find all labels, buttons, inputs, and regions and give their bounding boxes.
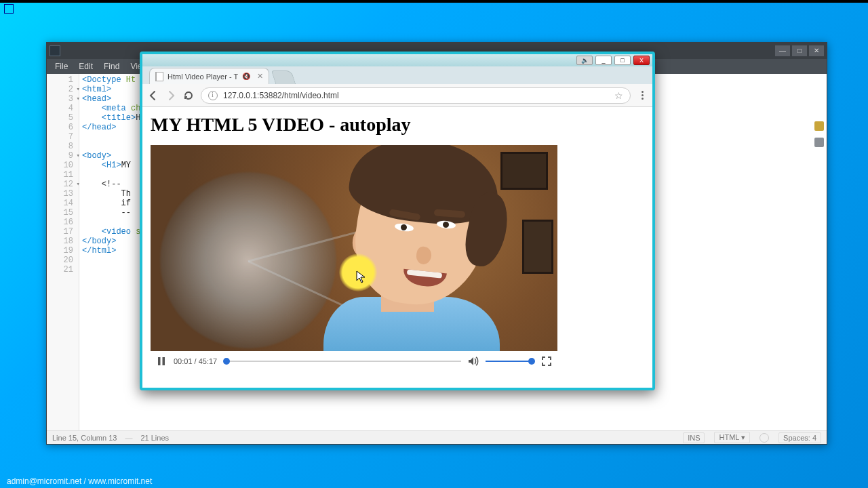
handle-icon[interactable]: [814, 121, 824, 131]
reload-button[interactable]: [183, 90, 194, 101]
menu-edit[interactable]: Edit: [75, 60, 97, 73]
page-content: MY HTML 5 VIDEO - autoplay: [142, 107, 652, 388]
site-info-icon[interactable]: [208, 91, 218, 100]
tab-close-icon[interactable]: ✕: [257, 72, 263, 81]
handle-icon[interactable]: [814, 138, 824, 147]
volume-icon[interactable]: [468, 356, 479, 367]
volume-slider[interactable]: [486, 357, 534, 366]
bookmark-star-icon[interactable]: ☆: [614, 90, 623, 101]
url-text: 127.0.0.1:53882/html/video.html: [223, 91, 339, 100]
browser-mute-button[interactable]: 🔈: [576, 56, 593, 65]
status-encoding-icon[interactable]: [760, 433, 769, 443]
time-display: 00:01 / 45:17: [174, 357, 217, 365]
status-lang[interactable]: HTML ▾: [714, 432, 750, 443]
tab-mute-icon[interactable]: 🔇: [242, 73, 250, 80]
browser-tab[interactable]: Html Video Player - T 🔇 ✕: [149, 68, 269, 84]
pause-button[interactable]: [156, 356, 167, 367]
video-controls: 00:01 / 45:17: [151, 351, 557, 371]
status-spaces[interactable]: Spaces: 4: [778, 432, 821, 443]
footer-text: admin@micromit.net / www.micromit.net: [0, 474, 159, 488]
svg-rect-1: [163, 357, 165, 365]
forward-button[interactable]: [165, 90, 176, 101]
page-heading: MY HTML 5 VIDEO - autoplay: [151, 114, 644, 136]
fullscreen-button[interactable]: [541, 356, 552, 367]
browser-minimize-button[interactable]: _: [595, 56, 612, 65]
video-frame[interactable]: [151, 145, 557, 351]
new-tab-button[interactable]: [271, 70, 296, 84]
browser-maximize-button[interactable]: □: [614, 56, 631, 65]
browser-tabstrip: Html Video Player - T 🔇 ✕: [142, 66, 652, 84]
status-position: Line 15, Column 13: [52, 434, 117, 442]
browser-window: 🔈 _ □ X Html Video Player - T 🔇 ✕: [140, 52, 655, 390]
desktop: — □ ✕ File Edit Find View 12345678910111…: [0, 0, 868, 488]
back-button[interactable]: [148, 90, 159, 101]
editor-statusbar: Line 15, Column 13 — 21 Lines INS HTML ▾…: [47, 430, 827, 444]
tab-favicon-icon: [155, 72, 163, 81]
status-lines: 21 Lines: [140, 434, 169, 442]
menu-find[interactable]: Find: [100, 60, 123, 73]
editor-gutter: 123456789101112131415161718192021: [47, 74, 79, 430]
browser-toolbar: 127.0.0.1:53882/html/video.html ☆: [142, 84, 652, 107]
browser-titlebar[interactable]: 🔈 _ □ X: [142, 54, 652, 66]
editor-maximize-button[interactable]: □: [792, 45, 807, 56]
svg-rect-0: [158, 357, 161, 365]
status-ins[interactable]: INS: [683, 432, 705, 443]
browser-menu-button[interactable]: [637, 91, 647, 100]
seek-slider[interactable]: [224, 357, 461, 366]
tab-title: Html Video Player - T: [167, 73, 238, 81]
editor-app-icon: [50, 45, 60, 56]
top-edge: [0, 0, 868, 3]
address-bar[interactable]: 127.0.0.1:53882/html/video.html ☆: [201, 87, 631, 104]
editor-minimize-button[interactable]: —: [775, 45, 790, 56]
menu-file[interactable]: File: [51, 60, 72, 73]
editor-close-button[interactable]: ✕: [809, 45, 824, 56]
browser-close-button[interactable]: X: [633, 56, 650, 65]
desktop-icon[interactable]: [4, 4, 14, 14]
video-player: 00:01 / 45:17: [151, 145, 557, 371]
editor-side-handles: [813, 121, 825, 147]
